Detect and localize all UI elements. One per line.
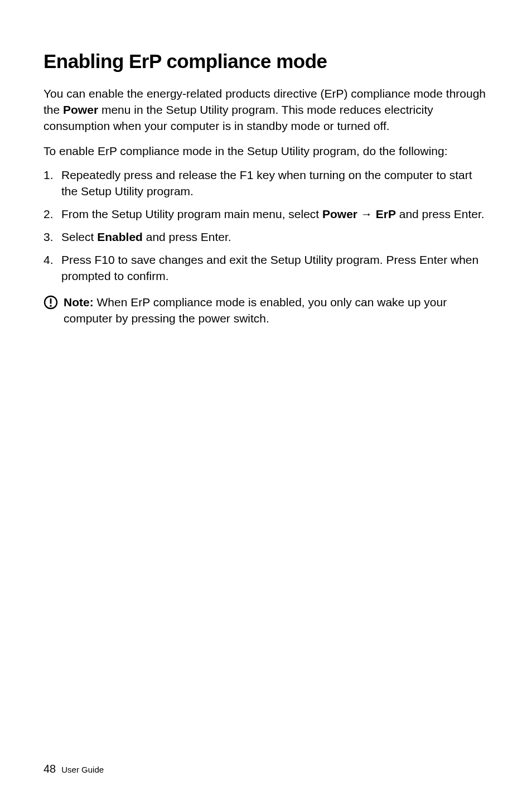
note-text: Note: When ErP compliance mode is enable… [64,295,489,327]
document-page: Enabling ErP compliance mode You can ena… [0,0,532,810]
intro-bold-power: Power [63,103,98,116]
step-item: Select Enabled and press Enter. [43,229,489,245]
footer-label: User Guide [61,765,104,774]
svg-point-2 [50,305,51,306]
step-text: Press F10 to save changes and exit the S… [61,253,478,282]
page-number: 48 [43,763,56,775]
step-text: Repeatedly press and release the F1 key … [61,168,472,197]
step-text: From the Setup Utility program main menu… [61,208,322,220]
step-text: Select [61,230,97,243]
step-item: From the Setup Utility program main menu… [43,206,489,223]
step-bold-text: Enabled [97,230,143,243]
page-footer: 48User Guide [43,763,104,775]
step-text: and press Enter. [396,208,485,220]
intro-paragraph: You can enable the energy-related produc… [43,86,489,134]
steps-list: Repeatedly press and release the F1 key … [43,167,489,285]
step-item: Repeatedly press and release the F1 key … [43,167,489,200]
note-label: Note: [64,296,94,308]
lead-paragraph: To enable ErP compliance mode in the Set… [43,143,489,160]
svg-rect-1 [50,298,52,303]
step-bold-text: Power → ErP [322,208,396,220]
section-heading: Enabling ErP compliance mode [43,50,489,73]
step-text: and press Enter. [143,230,231,243]
intro-text-2: menu in the Setup Utility program. This … [43,103,433,132]
alert-icon [43,295,58,310]
note-block: Note: When ErP compliance mode is enable… [43,295,489,327]
step-item: Press F10 to save changes and exit the S… [43,252,489,285]
note-body: When ErP compliance mode is enabled, you… [64,296,447,325]
